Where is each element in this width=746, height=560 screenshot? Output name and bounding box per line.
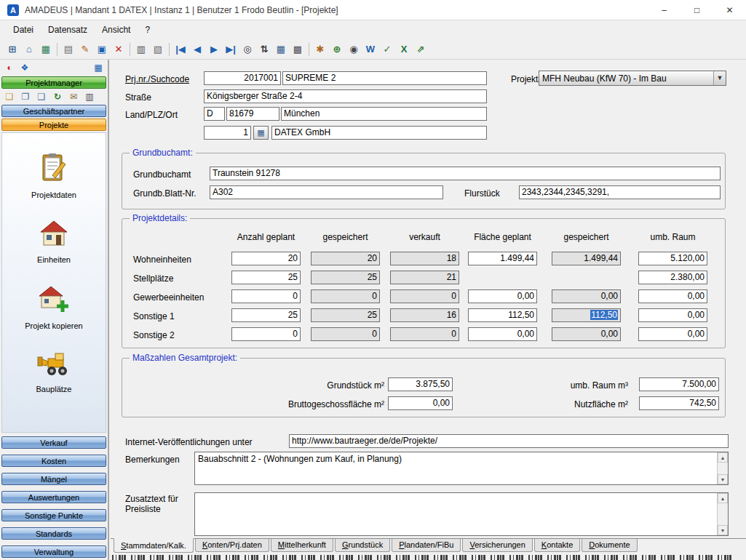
scroll-down-icon[interactable]: ▼ [718, 474, 728, 484]
list-view-icon[interactable]: ▦ [38, 41, 54, 57]
maximize-button[interactable]: □ [680, 0, 713, 20]
field-sonstige1-flaeche[interactable]: 112,50 [468, 308, 537, 322]
nutzflaeche-field[interactable]: 742,50 [639, 396, 719, 410]
zusatztext-textarea[interactable]: ▲ ▼ [194, 492, 729, 536]
field-stellplaetze-anzahl[interactable]: 25 [231, 271, 301, 284]
land-field[interactable]: D [204, 107, 225, 121]
bgf-field[interactable]: 0,00 [388, 396, 453, 410]
folder-icon[interactable]: ❏ [3, 90, 16, 103]
sidebar-item-projektdaten[interactable]: Projektdaten [31, 152, 76, 199]
session-icon[interactable]: ◐ [3, 61, 16, 74]
panel-toggle-icon[interactable]: ▦ [92, 61, 105, 74]
sidebar-section-projekte[interactable]: Projekte [1, 119, 106, 131]
sidebar-button-auswertungen[interactable]: Auswertungen [1, 491, 106, 503]
suchcode-field[interactable]: SUPREME 2 [282, 71, 487, 85]
sidebar-item-bauplaetze[interactable]: Bauplätze [36, 351, 72, 393]
save-icon[interactable]: ▣ [94, 41, 110, 57]
minimize-button[interactable]: – [648, 0, 680, 20]
sidebar-item-projekt-kopieren[interactable]: Projekt kopieren [25, 284, 83, 330]
flurstueck-field[interactable]: 2343,2344,2345,3291, [519, 185, 721, 199]
partner-nr-field[interactable]: 1 [204, 126, 251, 140]
tab-dokumente[interactable]: Dokumente [582, 539, 637, 552]
tab-mittelherkunft[interactable]: Mittelherkunft [271, 539, 333, 552]
excel-export-icon[interactable]: X [396, 41, 412, 57]
home-icon[interactable]: ⌂ [21, 41, 37, 57]
org-chart-icon[interactable]: ⇗ [413, 41, 429, 57]
chevron-down-icon[interactable]: ▼ [713, 71, 726, 85]
sidebar-button-verwaltung[interactable]: Verwaltung [1, 545, 106, 558]
grundbuchamt-field[interactable]: Traunstein 91278 [210, 167, 721, 180]
field-gewerbe-flaeche[interactable]: 0,00 [468, 289, 537, 303]
zusatztext-scrollbar[interactable]: ▲ ▼ [717, 493, 728, 535]
copy-doc-icon[interactable]: ❐ [19, 90, 32, 103]
internet-icon[interactable]: ⊕ [329, 41, 345, 57]
sidebar-button-mängel[interactable]: Mängel [1, 473, 106, 485]
strasse-field[interactable]: Königsberger Straße 2-4 [204, 89, 487, 103]
grundstueck-field[interactable]: 3.875,50 [388, 377, 453, 391]
field-sonstige1-anzahl[interactable]: 25 [231, 308, 301, 322]
first-record-icon[interactable]: |◀ [172, 41, 189, 57]
field-wohneinheiten-flaeche[interactable]: 1.499,44 [468, 252, 537, 265]
ort-field[interactable]: München [281, 107, 487, 121]
tab-stammdaten-kalk[interactable]: Stammdaten/Kalk. [114, 538, 194, 553]
calculator-icon[interactable]: ▩ [290, 41, 306, 57]
internet-url-field[interactable]: http://www.bautraeger.de/de/Projekte/ [289, 434, 729, 448]
refresh-icon[interactable]: ↻ [51, 90, 64, 103]
next-record-icon[interactable]: ▶ [206, 41, 222, 57]
prjnr-field[interactable]: 2017001 [204, 71, 281, 85]
field-sonstige2-flaeche[interactable]: 0,00 [468, 327, 537, 341]
menu-hilfe[interactable]: ? [138, 25, 157, 35]
export-table-icon[interactable]: ⊞ [4, 41, 20, 57]
search-icon[interactable]: ◎ [239, 41, 255, 57]
tools-icon[interactable]: ✱ [312, 41, 328, 57]
field-sonstige2-umbraum[interactable]: 0,00 [638, 327, 707, 341]
field-gewerbe-umbraum[interactable]: 0,00 [638, 289, 707, 303]
tab-grundstück[interactable]: Grundstück [335, 539, 390, 552]
scroll-down-icon[interactable]: ▼ [718, 525, 728, 535]
delete-icon[interactable]: ✕ [111, 41, 127, 57]
new-record-icon[interactable]: ▤ [60, 41, 76, 57]
scroll-up-icon[interactable]: ▲ [718, 493, 728, 503]
field-sonstige1-flaeche-gespeichert[interactable]: 112,50 [552, 308, 621, 322]
menu-datei[interactable]: Datei [6, 25, 41, 35]
prjnr-suchcode-label[interactable]: Prj.nr./Suchcode [125, 73, 189, 86]
field-wohneinheiten-umbraum[interactable]: 5.120,00 [638, 252, 707, 265]
tab-versicherungen[interactable]: Versicherungen [462, 539, 532, 552]
tab-kontakte[interactable]: Kontakte [534, 539, 580, 552]
previous-record-icon[interactable]: ◀ [189, 41, 205, 57]
print-preview-icon[interactable]: ▧ [150, 41, 166, 57]
partner-name-field[interactable]: DATEX GmbH [271, 126, 487, 140]
print-icon[interactable]: ▥ [133, 41, 149, 57]
field-gewerbe-anzahl[interactable]: 0 [231, 289, 301, 303]
close-button[interactable]: ✕ [713, 0, 746, 20]
sidebar-button-kosten[interactable]: Kosten [1, 455, 106, 467]
field-wohneinheiten-anzahl[interactable]: 20 [231, 252, 301, 265]
sidebar-section-projektmanager[interactable]: Projektmanager [1, 76, 106, 89]
sidebar-button-standards[interactable]: Standards [1, 527, 106, 540]
quick-tools-icon[interactable]: ❖ [18, 61, 31, 74]
tab-plandaten-fibu[interactable]: Plandaten/FiBu [392, 539, 461, 552]
menu-ansicht[interactable]: Ansicht [95, 25, 138, 35]
sidebar-section-geschaeftspartner[interactable]: Geschäftspartner [1, 105, 106, 117]
tab-konten-prj-daten[interactable]: Konten/Prj.daten [195, 539, 269, 552]
field-sonstige1-umbraum[interactable]: 0,00 [638, 308, 707, 322]
sidebar-button-sonstige-punkte[interactable]: Sonstige Punkte [1, 509, 106, 521]
camera-icon[interactable]: ◉ [346, 41, 362, 57]
tasks-icon[interactable]: ✓ [379, 41, 395, 57]
bemerkungen-scrollbar[interactable]: ▲ ▼ [717, 452, 728, 484]
field-sonstige2-anzahl[interactable]: 0 [231, 327, 301, 341]
last-record-icon[interactable]: ▶| [223, 41, 239, 57]
menu-datensatz[interactable]: Datensatz [41, 25, 95, 35]
partner-lookup-button[interactable]: ▦ [253, 126, 269, 140]
edit-record-icon[interactable]: ✎ [77, 41, 93, 57]
grid-icon[interactable]: ▦ [273, 41, 289, 57]
sidebar-item-einheiten[interactable]: Einheiten [37, 220, 71, 264]
field-stellplaetze-umbraum[interactable]: 2.380,00 [638, 271, 707, 284]
grundbuch-blatt-field[interactable]: A302 [210, 185, 443, 199]
projektart-select[interactable]: MFH Neubau (KfW 70) - Im Bau ▼ [539, 71, 726, 86]
sidebar-button-verkauf[interactable]: Verkauf [1, 436, 106, 449]
bemerkungen-textarea[interactable]: Bauabschnitt 2 - (Wohnungen zum Kauf, in… [194, 452, 729, 485]
sort-icon[interactable]: ⇅ [256, 41, 272, 57]
print-small-icon[interactable]: ▥ [83, 90, 96, 103]
mail-icon[interactable]: ✉ [67, 90, 80, 103]
